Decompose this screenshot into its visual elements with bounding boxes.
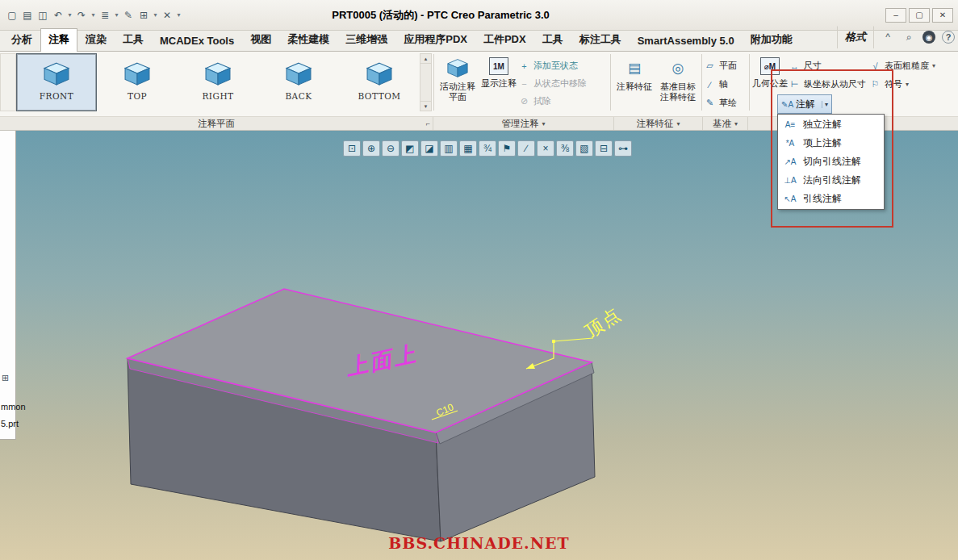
tab-format[interactable]: 格式 (837, 26, 874, 48)
ribbon-tab[interactable]: 工具 (115, 28, 152, 51)
undo-icon[interactable]: ↶ (51, 7, 65, 23)
edit-icon[interactable]: ✎ (121, 7, 136, 23)
search-icon[interactable]: ⌕ (902, 30, 916, 44)
note-type-icon: ↖A (782, 194, 798, 203)
display-style-icon[interactable]: ◩ (401, 140, 419, 157)
ribbon-tab[interactable]: 注释 (40, 28, 77, 52)
state-menu-icon: − (518, 79, 530, 89)
window-title: PRT0005 (活动的) - PTC Creo Parametric 3.0 (332, 0, 549, 31)
windows-dropdown-arrow[interactable]: ▾ (152, 7, 159, 23)
csys-display-icon[interactable]: ⅜ (556, 140, 574, 157)
note-icon: ✎A (781, 100, 793, 109)
axis-display-icon[interactable]: ∕ (517, 140, 535, 157)
zoom-in-icon[interactable]: ⊕ (362, 140, 380, 157)
close-window-icon[interactable]: ✕ (160, 7, 174, 23)
group-manage-annotations[interactable]: 管理注释 ▾ (433, 117, 614, 130)
section-view-icon[interactable]: ◪ (420, 140, 438, 157)
group-datum[interactable]: 基准 ▾ (703, 117, 748, 130)
note-type-icon: ↗A (782, 157, 798, 166)
view-plane-button-partial[interactable] (0, 53, 16, 111)
model-tree-strip[interactable]: ⊞ mmon 5.prt (0, 131, 16, 440)
view-plane-button[interactable]: RIGHT (178, 53, 258, 111)
annotation-feature-icon: ◎ (672, 57, 684, 78)
ribbon-tab[interactable]: 工具 (534, 28, 571, 51)
datum-item[interactable]: ✎ 草绘 (704, 95, 747, 111)
maximize-button[interactable]: ▢ (909, 8, 930, 23)
undo-dropdown-arrow[interactable]: ▾ (66, 7, 73, 23)
group-annotation-features[interactable]: 注释特征 ▾ (614, 117, 703, 130)
customize-dropdown-arrow[interactable]: ▾ (175, 7, 182, 23)
view-plane-button[interactable]: BOTTOM (339, 53, 420, 111)
note-dropdown-button[interactable]: ✎A 注解 ▾ (777, 94, 832, 114)
redo-dropdown-arrow[interactable]: ▾ (90, 7, 97, 23)
note-menu-item[interactable]: *A 项上注解 (779, 134, 883, 153)
point-display-icon[interactable]: × (537, 140, 554, 157)
regenerate-dropdown-arrow[interactable]: ▾ (113, 7, 120, 23)
ribbon-tab[interactable]: 柔性建模 (279, 28, 337, 51)
ribbon-tab[interactable]: 分析 (3, 28, 40, 51)
annotation-feature-button[interactable]: ◎ 基准目标注释特征 (656, 53, 700, 111)
note-display-icon[interactable]: ⚑ (498, 140, 516, 157)
spin-center-icon[interactable]: ▧ (575, 140, 593, 157)
scroll-down-icon[interactable]: ▼ (420, 101, 431, 111)
ribbon-tab[interactable]: 视图 (242, 28, 279, 51)
tree-toggle-icon[interactable]: ⊞ (2, 373, 9, 383)
window-icon[interactable]: ▢ (5, 7, 19, 23)
dimension-item[interactable]: ↔ 尺寸 (789, 58, 869, 73)
annotation-orientation-icon[interactable]: ⊟ (595, 140, 613, 157)
help-icon[interactable]: ? (942, 31, 955, 44)
state-menu-item[interactable]: − 从状态中移除 (518, 76, 609, 91)
save-icon[interactable]: ◫ (36, 7, 50, 23)
ribbon-tab[interactable]: 渲染 (77, 28, 115, 51)
show-annotations-button[interactable]: 1M 显示注释 (479, 53, 518, 111)
state-menu-item[interactable]: + 添加至状态 (518, 58, 609, 73)
regenerate-icon[interactable]: ≣ (98, 7, 112, 23)
annotation-feature-icon: ▤ (628, 57, 641, 78)
open-icon[interactable]: ▤ (20, 7, 35, 23)
scroll-up-icon[interactable]: ▲ (420, 54, 431, 64)
minimize-button[interactable]: – (885, 8, 906, 23)
note-menu-item[interactable]: ⊥A 法向引线注解 (779, 171, 883, 190)
zoom-region-icon[interactable]: ⊡ (343, 140, 361, 157)
view-plane-button[interactable]: FRONT (16, 53, 97, 111)
vertex-note[interactable]: 顶点 (581, 303, 625, 341)
zoom-out-icon[interactable]: ⊖ (382, 140, 400, 157)
ribbon-tab[interactable]: SmartAssembly 5.0 (630, 31, 743, 51)
dimension-display-icon[interactable]: ¾ (479, 140, 496, 157)
saved-views-icon[interactable]: ▥ (440, 140, 458, 157)
datum-item[interactable]: ▱ 平面 (704, 58, 747, 73)
dimension-item[interactable]: ⊢ 纵坐标从动尺寸 (789, 77, 869, 92)
active-annotation-plane-button[interactable]: 活动注释平面 (436, 53, 479, 111)
close-button[interactable]: ✕ (932, 8, 953, 23)
ribbon-tab[interactable]: 工件PDX (475, 28, 534, 51)
model-tree-item[interactable]: 5.prt (1, 419, 26, 428)
surface-symbol-item[interactable]: √ 表面粗糙度 ▾ (869, 58, 958, 73)
surface-symbol-item[interactable]: ⚐ 符号 ▾ (869, 77, 958, 92)
ribbon-tab[interactable]: 三维增强 (337, 28, 395, 51)
ribbon-tab[interactable]: 应用程序PDX (395, 28, 475, 51)
annotation-feature-group: ▤ 注释特征 ◎ 基准目标注释特征 (613, 53, 700, 111)
model-tree-item[interactable]: mmon (1, 402, 26, 412)
note-menu-item[interactable]: ↖A 引线注解 (779, 190, 883, 208)
dialog-launcher-icon[interactable]: ⌐ (426, 119, 430, 127)
view-plane-button[interactable]: BACK (258, 53, 339, 111)
ribbon-tab[interactable]: 附加功能 (743, 28, 801, 51)
leader-flip-icon[interactable]: ⊶ (614, 140, 632, 157)
view-plane-button[interactable]: TOP (97, 53, 178, 111)
ribbon-tab[interactable]: MCADEx Tools (152, 31, 242, 51)
state-menu-icon: ⊘ (518, 96, 530, 107)
note-menu-item[interactable]: A≡ 独立注解 (779, 115, 883, 134)
collapse-ribbon-icon[interactable]: ^ (881, 30, 895, 44)
datum-item[interactable]: ∕ 轴 (704, 77, 747, 92)
sync-icon[interactable]: ◉ (922, 31, 935, 44)
note-menu-item[interactable]: ↗A 切向引线注解 (779, 153, 883, 171)
ribbon-tab[interactable]: 标注工具 (571, 28, 630, 51)
chevron-down-icon: ▾ (822, 101, 828, 108)
redo-icon[interactable]: ↷ (74, 7, 89, 23)
windows-icon[interactable]: ⊞ (136, 7, 151, 23)
capture-icon[interactable]: ▦ (459, 140, 477, 157)
annotation-feature-button[interactable]: ▤ 注释特征 (613, 53, 656, 111)
show-annotations-icon: 1M (489, 57, 508, 75)
gtol-icon: ⌀M (760, 57, 780, 75)
state-menu-item[interactable]: ⊘ 拭除 (518, 94, 609, 109)
